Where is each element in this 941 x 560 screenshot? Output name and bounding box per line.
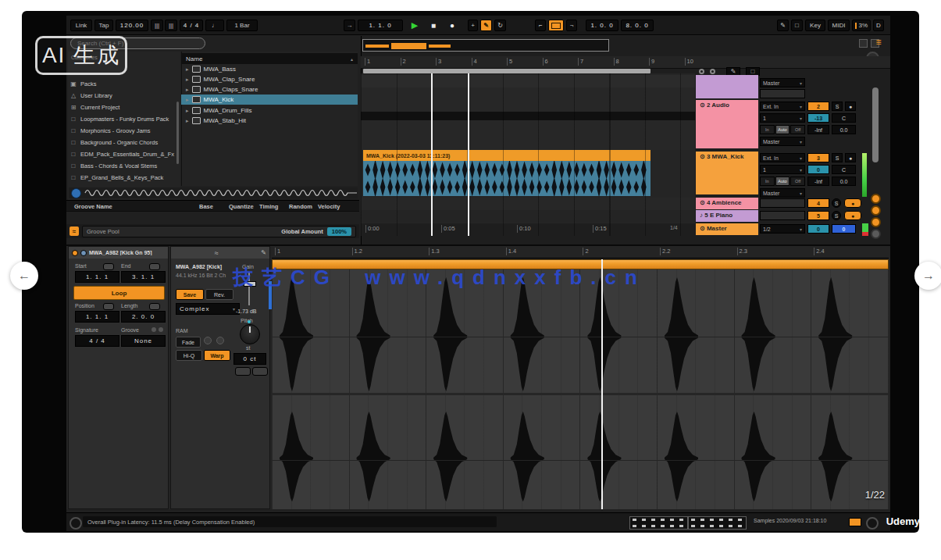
preview-play-icon[interactable] (71, 188, 81, 198)
sidebar-item-pack[interactable]: □Background - Organic Chords (70, 137, 176, 148)
insert-marker[interactable] (431, 73, 433, 236)
track-lane[interactable] (361, 120, 695, 150)
panel-toggle-button[interactable] (871, 229, 881, 239)
track-header-5[interactable]: ♪ 5 E Piano (696, 210, 758, 222)
solo-button[interactable]: S (832, 102, 843, 111)
time-scrub-area[interactable]: 0:000:050:100:15 (361, 223, 695, 236)
arm-button[interactable]: ● (845, 153, 856, 162)
clip-position-field[interactable]: 1. 1. 1 (75, 311, 119, 323)
sidebar-item-pack[interactable]: □EDM_Pack_Essentials_Drum_&_Fx (70, 148, 176, 159)
file-row[interactable]: ▸MWA_Stab_Hit (181, 116, 358, 126)
io-extra-box[interactable] (760, 198, 805, 208)
master-pan-field[interactable]: 0 (832, 224, 856, 234)
volume-field[interactable]: -13 (807, 113, 829, 123)
follow-button[interactable]: → (344, 20, 355, 31)
loop-toggle[interactable] (548, 20, 564, 31)
tempo-field[interactable]: 120.00 (116, 20, 148, 31)
master-track-header[interactable]: ⊙ Master (696, 223, 758, 235)
lock-envelopes-icon[interactable] (699, 69, 704, 74)
sidebar-scrollbar[interactable] (176, 102, 179, 164)
track-lane[interactable] (361, 210, 695, 223)
file-row[interactable]: ▸MWA_Claps_Snare (181, 84, 358, 95)
play-button[interactable]: ▶ (408, 20, 422, 31)
sample-loop-brace[interactable] (272, 259, 889, 269)
gain-slider[interactable] (248, 273, 250, 305)
set-length-button[interactable] (149, 303, 160, 310)
panel-toggle-button[interactable] (871, 217, 881, 227)
tap-tempo-button[interactable]: Tap (94, 20, 113, 31)
disclosure-icon[interactable]: ▸ (186, 87, 189, 93)
nudge-up-button[interactable]: ||| (165, 20, 177, 31)
link-button[interactable]: Link (70, 20, 92, 31)
panel-toggle-button[interactable] (871, 194, 881, 204)
input-channel-chooser[interactable]: 1▾ (760, 113, 805, 123)
sample-preview-bar[interactable] (69, 187, 358, 198)
editor-playhead[interactable] (601, 259, 603, 509)
set-position-button[interactable] (103, 303, 114, 310)
playhead[interactable] (468, 73, 469, 236)
clip-start-field[interactable]: 1. 1. 1 (75, 271, 119, 283)
clip-loop-button[interactable]: Loop (73, 286, 165, 300)
panel-toggle-button[interactable] (871, 205, 881, 216)
audio-clip-title[interactable]: MWA_Kick (2022-03-03 11:11:23) (363, 150, 651, 161)
time-signature-field[interactable]: 4 / 4 (180, 20, 203, 31)
gain-value[interactable]: -1.73 dB (236, 309, 256, 314)
set-start-button[interactable] (103, 263, 114, 270)
toggle-button[interactable] (204, 337, 212, 344)
clip-title-bar[interactable]: MWA_A982 [Kick Gn 95] (69, 247, 168, 259)
monitor-off[interactable]: Off (790, 177, 805, 186)
track-header-1[interactable] (696, 75, 758, 98)
sample-editor-waveform[interactable] (272, 269, 889, 509)
sidebar-item-pack[interactable]: □Bass - Chords & Vocal Stems (70, 160, 176, 171)
arm-button[interactable]: ● (844, 211, 861, 220)
track-lane[interactable] (361, 75, 695, 87)
beat-time-ruler[interactable]: 12345678910 (361, 56, 890, 69)
monitor-auto[interactable]: Auto (775, 125, 790, 134)
disclosure-icon[interactable]: ▸ (186, 66, 189, 73)
track-activator[interactable]: 5 (807, 211, 829, 220)
monitor-off[interactable]: Off (790, 125, 805, 134)
io-extra-box[interactable] (760, 89, 805, 98)
monitor-auto[interactable]: Auto (775, 177, 790, 186)
clip-length-field[interactable]: 2. 0. 0 (121, 311, 166, 323)
monitor-switch[interactable]: In Auto Off (760, 177, 805, 186)
gain-slider-handle[interactable] (244, 281, 256, 287)
volume-field[interactable]: 0 (807, 165, 829, 174)
solo-button[interactable]: S (832, 211, 841, 220)
metronome-icon[interactable]: ♩ (205, 20, 224, 31)
sidebar-item-pack[interactable]: □Loopmasters - Funky Drums Pack (70, 113, 176, 124)
arrangement-overview[interactable] (362, 39, 609, 52)
toggle-button[interactable] (216, 337, 224, 344)
stop-button[interactable]: ■ (426, 20, 440, 31)
disclosure-icon[interactable]: ▸ (186, 118, 189, 124)
clip-end-field[interactable]: 3. 1. 1 (121, 271, 166, 283)
io-toggle-button[interactable] (859, 39, 868, 48)
detune-field[interactable]: 0 ct (233, 353, 266, 365)
pan-field[interactable]: C (832, 113, 856, 123)
track-header-4[interactable]: ⊙ 4 Ambience (696, 198, 758, 209)
track-lane[interactable] (361, 198, 695, 210)
track-lane[interactable] (361, 87, 695, 112)
clip-signature-field[interactable]: 4 / 4 (75, 335, 119, 347)
arm-button[interactable]: ● (845, 102, 856, 111)
clip-groove-field[interactable]: None (121, 335, 166, 347)
clip-overview-widget[interactable] (629, 516, 688, 530)
disclosure-icon[interactable]: ▸ (186, 77, 189, 83)
punch-in-button[interactable]: ⌐ (535, 20, 546, 31)
solo-button[interactable]: S (832, 198, 841, 208)
oval-button[interactable] (252, 367, 268, 376)
pan-field[interactable]: C (832, 165, 856, 174)
punch-out-button[interactable]: ¬ (566, 20, 577, 31)
status-icon[interactable] (70, 517, 82, 530)
disk-overload-indicator[interactable]: D (873, 20, 884, 31)
hot-swap-icon[interactable] (151, 327, 156, 332)
arm-button[interactable]: ● (844, 198, 861, 208)
monitor-in[interactable]: In (760, 177, 775, 186)
track-header-3[interactable]: ⊙ 3 MWA_Kick (696, 152, 758, 194)
save-button[interactable]: Save (176, 289, 204, 300)
input-channel-chooser[interactable]: 1▾ (760, 165, 805, 174)
master-volume-field[interactable]: 0 (807, 224, 829, 234)
midi-map-button[interactable]: MIDI (828, 20, 850, 31)
commit-groove-icon[interactable] (159, 327, 163, 332)
groove-pool-field[interactable]: Groove Pool Global Amount 100% (82, 226, 356, 237)
